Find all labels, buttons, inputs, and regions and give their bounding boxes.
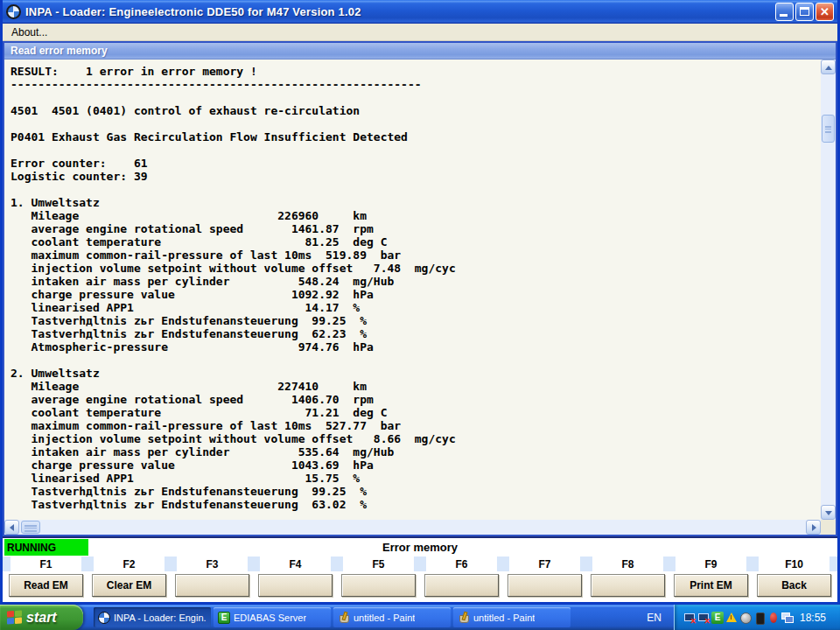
fkey-button-f8[interactable] [591, 574, 666, 597]
minimize-button[interactable] [775, 3, 794, 21]
report-line [10, 354, 821, 367]
language-indicator[interactable]: EN [634, 612, 674, 624]
report-window-title: Read error memory [10, 45, 108, 57]
bmw-icon [98, 612, 110, 624]
fkey-button-f7[interactable] [508, 574, 583, 597]
arrow-up-icon [825, 66, 832, 70]
report-content: RESULT: 1 error in error memory !-------… [4, 60, 821, 520]
fkey-column-f6: F6 [420, 556, 503, 602]
report-line: P0401 Exhaust Gas Recirculation Flow Ins… [10, 130, 821, 144]
connection-status-icon[interactable] [767, 612, 780, 624]
report-line: Atmospheric-pressure 974.76 hPa [10, 340, 821, 354]
task-label: INPA - Loader: Engin... [114, 612, 206, 623]
report-line: maximum common-rail-pressure of last 10m… [10, 248, 821, 262]
close-icon: ✕ [816, 4, 833, 20]
desktop: INPA - Loader: Engineelectronic DDE50 fo… [0, 0, 840, 630]
maximize-button[interactable] [795, 3, 814, 21]
vertical-scroll-track[interactable] [821, 74, 836, 505]
fkey-column-f4: F4 [254, 556, 337, 602]
arrow-left-icon [10, 524, 14, 531]
wireless-network-error-icon[interactable] [683, 612, 696, 624]
menu-about[interactable]: About... [8, 25, 51, 39]
fkey-button-f6[interactable] [424, 574, 500, 597]
titlebar[interactable]: INPA - Loader: Engineelectronic DDE50 fo… [3, 0, 837, 24]
display-settings-icon[interactable] [781, 612, 794, 624]
ediabas-tray-icon[interactable] [711, 612, 724, 624]
task-label: EDIABAS Server [234, 612, 306, 623]
fkey-button-f1[interactable]: Read EM [9, 574, 84, 597]
report-window-titlebar: Read error memory [4, 43, 836, 60]
fkey-column-f5: F5 [337, 556, 420, 602]
bmw-logo-icon [6, 4, 21, 19]
report-line: injection volume setpoint without volume… [10, 432, 821, 445]
fkey-button-f9[interactable]: Print EM [674, 574, 749, 597]
report-line [10, 91, 821, 104]
report-line: Tastverhдltnis zьr Endstufenansteuerung … [10, 498, 821, 511]
screen-title: Error memory [3, 538, 837, 556]
report-line: intaken air mass per cylinder 535.64 mg/… [10, 445, 821, 458]
fkey-label-f7: F7 [509, 556, 581, 571]
report-line: average engine rotational speed 1406.70 … [10, 393, 821, 406]
horizontal-scrollbar[interactable] [4, 520, 821, 535]
window-title: INPA - Loader: Engineelectronic DDE50 fo… [25, 5, 775, 18]
vertical-scrollbar[interactable] [821, 60, 836, 520]
horizontal-scroll-thumb[interactable] [21, 521, 40, 534]
status-row: RUNNING Error memory [3, 536, 837, 556]
report-line: linearised APP1 14.17 % [10, 301, 821, 314]
task-label: untitled - Paint [473, 612, 535, 623]
fkey-label-f1: F1 [10, 556, 82, 571]
fkey-column-f1: F1Read EM [4, 556, 88, 602]
window-controls: ✕ [775, 3, 834, 21]
function-key-bar: F1Read EMF2Clear EMF3F4F5F6F7F8F9Print E… [3, 556, 837, 602]
fkey-button-f4[interactable] [258, 574, 333, 597]
arrow-down-icon [825, 511, 832, 515]
taskbar-task[interactable]: untitled - Paint [453, 607, 570, 627]
maximize-icon [800, 7, 809, 16]
scroll-left-button[interactable] [4, 520, 19, 535]
taskbar-task[interactable]: EDIABAS Server [214, 607, 331, 627]
network-error-icon[interactable] [697, 612, 710, 624]
battery-icon[interactable] [753, 612, 766, 624]
scroll-right-button[interactable] [806, 520, 821, 535]
tray-icons [683, 612, 795, 624]
report-line: 2. Umweltsatz [10, 367, 821, 380]
fkey-button-f2[interactable]: Clear EM [92, 574, 167, 597]
fkey-label-f3: F3 [177, 556, 248, 571]
report-line: Tastverhдltnis zьr Endstufenansteuerung … [10, 314, 821, 327]
fkey-label-f8: F8 [592, 556, 664, 571]
taskbar-tasks: INPA - Loader: Engin...EDIABAS Serverunt… [94, 605, 570, 630]
inpa-window: INPA - Loader: Engineelectronic DDE50 fo… [0, 0, 840, 605]
horizontal-scroll-track[interactable] [19, 520, 806, 535]
report-line: maximum common-rail-pressure of last 10m… [10, 419, 821, 432]
report-line: average engine rotational speed 1461.87 … [10, 222, 821, 235]
paint-icon [458, 612, 470, 624]
start-label: start [26, 610, 57, 626]
volume-icon[interactable] [739, 612, 752, 624]
fkey-button-f5[interactable] [341, 574, 416, 597]
ediabas-icon [218, 612, 230, 624]
report-line: RESULT: 1 error in error memory ! [10, 65, 821, 78]
fkey-button-f3[interactable] [175, 574, 250, 597]
taskbar-task[interactable]: INPA - Loader: Engin... [94, 607, 211, 627]
scroll-down-button[interactable] [821, 505, 836, 520]
fkey-label-f10: F10 [759, 556, 830, 571]
fkey-column-f2: F2Clear EM [88, 556, 171, 602]
report-line: charge pressure value 1092.92 hPa [10, 288, 821, 301]
client-area: Read error memory RESULT: 1 error in err… [3, 41, 837, 536]
start-button[interactable]: start [0, 605, 83, 630]
taskbar-clock: 18:55 [800, 612, 826, 624]
windows-logo-icon [7, 610, 22, 624]
fkey-label-f2: F2 [94, 556, 165, 571]
scroll-up-button[interactable] [821, 60, 836, 74]
report-line: intaken air mass per cylinder 548.24 mg/… [10, 275, 821, 288]
minimize-icon [780, 14, 788, 17]
taskbar-task[interactable]: untitled - Paint [333, 607, 451, 627]
close-button[interactable]: ✕ [816, 3, 834, 21]
warning-icon[interactable] [725, 612, 738, 624]
vertical-scroll-thumb[interactable] [822, 115, 835, 143]
fkey-button-f10[interactable]: Back [757, 574, 832, 597]
fkey-label-f4: F4 [260, 556, 332, 571]
fkey-column-f8: F8 [586, 556, 669, 602]
fkey-label-f9: F9 [676, 556, 747, 571]
fkey-label-f6: F6 [426, 556, 498, 571]
